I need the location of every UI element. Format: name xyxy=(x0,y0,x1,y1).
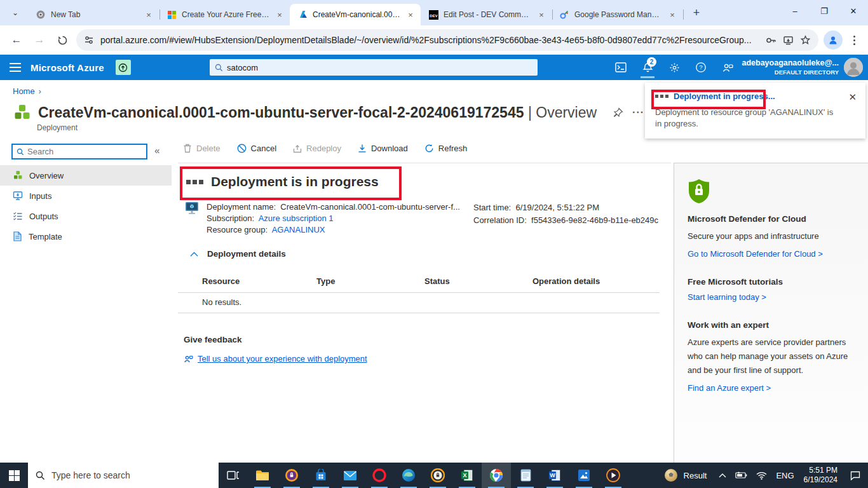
microsoft-store-icon[interactable] xyxy=(306,463,336,488)
settings-gear-icon[interactable] xyxy=(661,55,688,80)
help-icon[interactable]: ? xyxy=(688,55,714,80)
chrome-icon[interactable] xyxy=(482,463,511,488)
page-title-row: CreateVm-canonical.0001-com-ubuntu-serve… xyxy=(13,103,644,122)
breadcrumb-home-link[interactable]: Home xyxy=(13,86,35,96)
reload-icon[interactable] xyxy=(53,31,71,49)
redeploy-icon xyxy=(293,144,302,153)
browser-profile-icon[interactable] xyxy=(824,30,843,50)
sidebar-item-overview[interactable]: Overview xyxy=(0,165,172,186)
tab-close-icon[interactable]: × xyxy=(144,10,154,20)
task-view-icon[interactable] xyxy=(219,463,248,488)
tab-new-tab[interactable]: New Tab × xyxy=(28,4,159,25)
account-info[interactable]: adebayoaganaoluleke@... DEFAULT DIRECTOR… xyxy=(742,55,839,80)
azure-search-input[interactable] xyxy=(227,63,532,72)
sidebar-item-outputs[interactable]: Outputs xyxy=(0,206,172,226)
bookmark-star-icon[interactable] xyxy=(800,35,811,46)
file-explorer-icon[interactable] xyxy=(248,463,277,488)
address-bar[interactable]: portal.azure.com/#view/HubsExtension/Dep… xyxy=(76,29,818,51)
sidebar-search[interactable] xyxy=(11,144,147,159)
taskbar-search[interactable]: Type here to search xyxy=(28,463,219,488)
password-key-icon[interactable] xyxy=(766,35,776,46)
resource-group-link[interactable]: AGANALINUX xyxy=(272,225,325,234)
start-time-value: 6/19/2024, 5:51:22 PM xyxy=(515,203,599,212)
search-icon xyxy=(17,148,24,156)
account-avatar[interactable] xyxy=(844,58,863,77)
forward-icon[interactable]: → xyxy=(31,31,48,49)
new-tab-button[interactable]: + xyxy=(688,4,705,22)
chrome-gray-icon xyxy=(36,10,46,20)
browser-menu-icon[interactable] xyxy=(848,36,860,45)
expert-link[interactable]: Find an Azure expert > xyxy=(688,383,855,393)
mail-icon[interactable] xyxy=(336,463,365,488)
opera-icon[interactable] xyxy=(365,463,394,488)
expert-body: Azure experts are service provider partn… xyxy=(688,336,855,377)
battery-icon[interactable] xyxy=(731,471,752,479)
close-button[interactable]: ✕ xyxy=(839,0,868,22)
restore-button[interactable]: ❐ xyxy=(810,0,839,22)
back-icon[interactable]: ← xyxy=(8,31,25,49)
toast-close-icon[interactable]: ✕ xyxy=(848,92,857,103)
tray-chevron-icon[interactable] xyxy=(714,473,731,478)
defender-shield-icon xyxy=(688,179,855,204)
tab-title: CreateVm-canonical.0001-co xyxy=(313,10,400,19)
azure-brand[interactable]: Microsoft Azure xyxy=(31,62,104,73)
subscription-link[interactable]: Azure subscription 1 xyxy=(259,214,334,223)
tab-createvm-active[interactable]: CreateVm-canonical.0001-co × xyxy=(290,4,421,25)
start-button[interactable] xyxy=(0,463,28,488)
tab-azure-free-account[interactable]: Create Your Azure Free Acco × xyxy=(159,4,290,25)
defender-link[interactable]: Go to Microsoft Defender for Cloud > xyxy=(688,249,855,259)
word-icon[interactable]: W xyxy=(540,463,569,488)
install-icon[interactable] xyxy=(783,35,794,46)
dev-logo-icon: DEV xyxy=(428,10,438,20)
tab-close-icon[interactable]: × xyxy=(405,10,416,20)
avast-one-icon[interactable] xyxy=(423,463,452,488)
language-indicator[interactable]: ENG xyxy=(771,471,798,480)
refresh-button[interactable]: Refresh xyxy=(424,144,468,153)
tab-password-manager[interactable]: Google Password Manager × xyxy=(552,4,682,25)
google-password-manager-icon xyxy=(559,10,569,20)
minimize-button[interactable]: – xyxy=(780,0,810,22)
upgrade-icon[interactable] xyxy=(116,60,131,75)
cancel-button[interactable]: Cancel xyxy=(237,144,276,153)
sidebar-search-input[interactable] xyxy=(27,147,142,156)
sidebar-item-template[interactable]: Template xyxy=(0,226,172,247)
avast-browser-icon[interactable] xyxy=(277,463,306,488)
more-options-icon[interactable]: ··· xyxy=(632,107,644,118)
tab-close-icon[interactable]: × xyxy=(536,10,546,20)
tab-search-button[interactable]: ⌄ xyxy=(6,4,24,22)
tutorials-link[interactable]: Start learning today > xyxy=(688,292,855,302)
action-center-icon[interactable] xyxy=(843,471,868,480)
download-button[interactable]: Download xyxy=(358,144,408,153)
title-tools: ··· xyxy=(613,107,644,118)
tab-close-icon[interactable]: × xyxy=(275,10,285,20)
sidebar-item-inputs[interactable]: Inputs xyxy=(0,186,172,206)
portal-menu-icon[interactable] xyxy=(0,55,31,80)
svg-text:DEV: DEV xyxy=(430,13,437,17)
delete-button[interactable]: Delete xyxy=(183,144,220,153)
media-player-icon[interactable] xyxy=(599,463,628,488)
redeploy-button[interactable]: Redeploy xyxy=(293,144,341,153)
tab-close-icon[interactable]: × xyxy=(667,10,677,20)
annotation-box-toast xyxy=(651,90,766,109)
result-app-button[interactable]: Result xyxy=(656,463,715,488)
notifications-bell-icon[interactable]: 2 xyxy=(634,55,661,80)
deployment-details-toggle[interactable]: Deployment details xyxy=(190,249,286,259)
tab-title: Create Your Azure Free Acco xyxy=(182,10,269,19)
col-resource: Resource xyxy=(202,276,316,286)
system-tray: Result ENG 5:51 PM 6/19/2024 xyxy=(656,463,868,488)
tab-dev-community[interactable]: DEV Edit Post - DEV Community × xyxy=(421,4,552,25)
photos-icon[interactable] xyxy=(569,463,599,488)
cloud-shell-icon[interactable] xyxy=(607,55,634,80)
sidebar-item-label: Inputs xyxy=(29,191,51,201)
site-info-icon[interactable] xyxy=(84,35,94,45)
pin-icon[interactable] xyxy=(613,107,623,118)
excel-icon[interactable]: X xyxy=(452,463,482,488)
feedback-icon[interactable] xyxy=(714,55,741,80)
taskbar-clock[interactable]: 5:51 PM 6/19/2024 xyxy=(799,466,843,485)
edge-icon[interactable] xyxy=(394,463,423,488)
azure-search-bar[interactable] xyxy=(210,59,538,76)
feedback-link[interactable]: Tell us about your experience with deplo… xyxy=(184,354,367,363)
collapse-sidebar-icon[interactable]: « xyxy=(154,145,159,156)
notepad-icon[interactable] xyxy=(511,463,540,488)
wifi-icon[interactable] xyxy=(752,471,771,480)
